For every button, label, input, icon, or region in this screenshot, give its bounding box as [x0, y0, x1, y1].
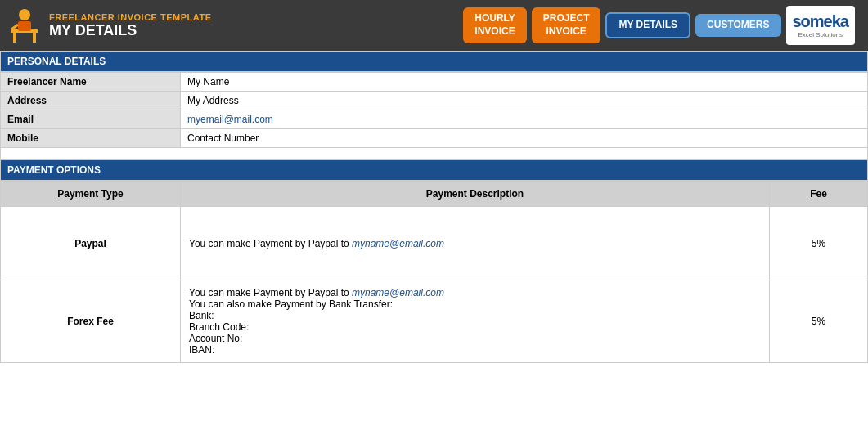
table-header-row: Payment Type Payment Description Fee: [1, 182, 868, 207]
someka-logo-sub: Excel Solutions: [798, 31, 843, 38]
project-invoice-button[interactable]: PROJECT INVOICE: [532, 7, 601, 43]
field-label-freelancer-name: Freelancer Name: [1, 73, 181, 92]
someka-logo: someka Excel Solutions: [786, 6, 856, 45]
payment-type-forex: Forex Fee: [1, 280, 181, 363]
col-header-fee: Fee: [770, 182, 868, 207]
field-value-freelancer-name: My Name: [181, 73, 868, 92]
payment-desc-paypal: You can make Payment by Paypal to myname…: [181, 207, 770, 280]
svg-point-3: [19, 9, 30, 20]
col-header-payment-description: Payment Description: [181, 182, 770, 207]
field-value-address: My Address: [181, 92, 868, 110]
table-row: Freelancer Name My Name: [1, 73, 868, 92]
payment-fee-paypal: 5%: [770, 207, 868, 280]
section-gap: [0, 148, 868, 159]
table-row: Email myemail@mail.com: [1, 110, 868, 129]
svg-rect-1: [13, 33, 16, 43]
table-row: Mobile Contact Number: [1, 129, 868, 148]
table-row: Paypal You can make Payment by Paypal to…: [1, 207, 868, 280]
header-nav: HOURLY INVOICE PROJECT INVOICE MY DETAIL…: [463, 6, 855, 45]
col-header-payment-type: Payment Type: [1, 182, 181, 207]
my-details-button[interactable]: MY DETAILS: [605, 12, 690, 38]
header-text: FREELANCER INVOICE TEMPLATE MY DETAILS: [49, 12, 211, 39]
table-row: Address My Address: [1, 92, 868, 110]
app-icon: [7, 5, 43, 46]
payment-options-table: Payment Type Payment Description Fee Pay…: [0, 181, 868, 363]
svg-line-5: [11, 25, 18, 29]
table-row: Forex Fee You can make Payment by Paypal…: [1, 280, 868, 363]
logo-area: FREELANCER INVOICE TEMPLATE MY DETAILS: [7, 5, 211, 46]
main-content: PERSONAL DETAILS Freelancer Name My Name…: [0, 51, 868, 363]
hourly-invoice-button[interactable]: HOURLY INVOICE: [463, 7, 527, 43]
field-value-email: myemail@mail.com: [181, 110, 868, 129]
field-label-mobile: Mobile: [1, 129, 181, 148]
personal-details-table: Freelancer Name My Name Address My Addre…: [0, 72, 868, 148]
svg-rect-4: [18, 21, 31, 31]
payment-options-header: PAYMENT OPTIONS: [0, 159, 868, 181]
payment-type-paypal: Paypal: [1, 207, 181, 280]
payment-fee-forex: 5%: [770, 280, 868, 363]
field-value-mobile: Contact Number: [181, 129, 868, 148]
brand-label: FREELANCER INVOICE TEMPLATE: [49, 12, 211, 22]
svg-rect-2: [33, 33, 36, 43]
field-label-email: Email: [1, 110, 181, 129]
someka-logo-text: someka: [793, 12, 849, 31]
payment-desc-forex: You can make Payment by Paypal to myname…: [181, 280, 770, 363]
page-title: MY DETAILS: [49, 22, 211, 39]
field-label-address: Address: [1, 92, 181, 110]
customers-button[interactable]: CUSTOMERS: [695, 14, 780, 37]
personal-details-header: PERSONAL DETAILS: [0, 51, 868, 72]
header: FREELANCER INVOICE TEMPLATE MY DETAILS H…: [0, 0, 868, 51]
